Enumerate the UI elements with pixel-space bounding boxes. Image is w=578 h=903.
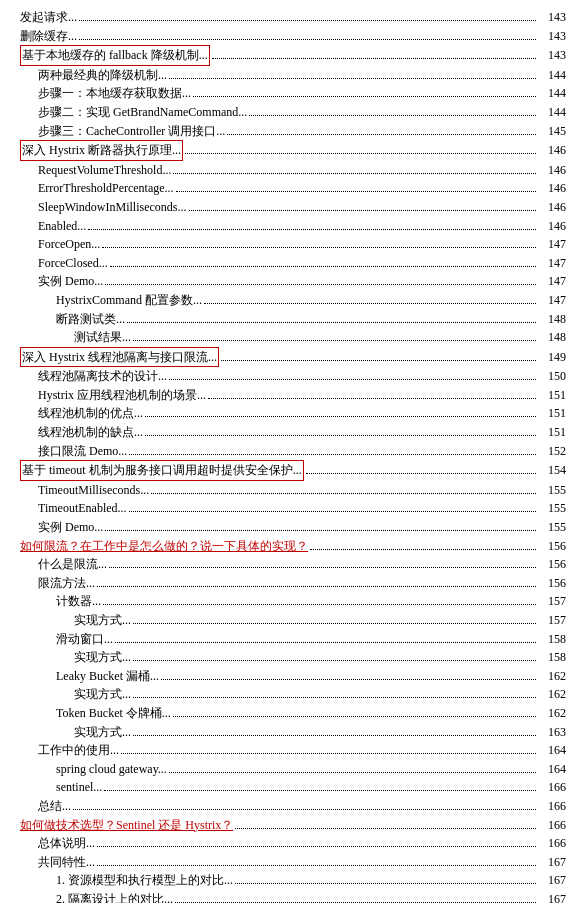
toc-dots (310, 538, 536, 550)
toc-dots (227, 123, 536, 135)
toc-entry-text: TimeoutEnabled... (38, 499, 127, 518)
toc-entry-text: Leaky Bucket 漏桶... (56, 667, 159, 686)
toc-dots (161, 668, 536, 680)
toc-dots (133, 612, 536, 624)
toc-dots (105, 273, 536, 285)
toc-line: RequestVolumeThreshold...146 (20, 161, 566, 180)
toc-page-num: 167 (538, 871, 566, 890)
toc-line: 工作中的使用...164 (20, 741, 566, 760)
toc-line: 线程池隔离技术的设计...150 (20, 367, 566, 386)
toc-dots (306, 462, 536, 474)
toc-entry-text: 步骤二：实现 GetBrandNameCommand... (38, 103, 247, 122)
toc-entry-text: Hystrix 应用线程池机制的场景... (38, 386, 206, 405)
toc-entry-text: ForceClosed... (38, 254, 108, 273)
toc-entry-text: Token Bucket 令牌桶... (56, 704, 171, 723)
toc-line: 1. 资源模型和执行模型上的对比...167 (20, 871, 566, 890)
toc-dots (169, 67, 536, 79)
toc-line: 深入 Hystrix 断路器执行原理...146 (20, 140, 566, 161)
toc-page-num: 150 (538, 367, 566, 386)
toc-line: 接口限流 Demo...152 (20, 442, 566, 461)
toc-entry-text: 滑动窗口... (56, 630, 113, 649)
toc-dots (151, 482, 536, 494)
toc-dots (103, 593, 536, 605)
toc-page-num: 143 (538, 46, 566, 65)
toc-line: TimeoutMilliseconds...155 (20, 481, 566, 500)
toc-dots (145, 405, 536, 417)
toc-line: 深入 Hystrix 线程池隔离与接口限流...149 (20, 347, 566, 368)
toc-line: 如何做技术选型？Sentinel 还是 Hystrix？166 (20, 816, 566, 835)
toc-line: 删除缓存...143 (20, 27, 566, 46)
toc-entry-text: 步骤三：CacheController 调用接口... (38, 122, 225, 141)
toc-line: 测试结果...148 (20, 328, 566, 347)
toc-dots (175, 891, 536, 903)
toc-page-num: 156 (538, 555, 566, 574)
toc-entry-text: 线程池机制的缺点... (38, 423, 143, 442)
toc-line: ErrorThresholdPercentage...146 (20, 179, 566, 198)
toc-entry-text: 工作中的使用... (38, 741, 119, 760)
toc-entry-text: 线程池隔离技术的设计... (38, 367, 167, 386)
toc-page-num: 147 (538, 272, 566, 291)
toc-entry-text: 如何做技术选型？Sentinel 还是 Hystrix？ (20, 816, 233, 835)
toc-page-num: 155 (538, 499, 566, 518)
toc-page-num: 144 (538, 66, 566, 85)
toc-page-num: 155 (538, 518, 566, 537)
toc-page-num: 151 (538, 423, 566, 442)
toc-entry-text: 深入 Hystrix 线程池隔离与接口限流... (20, 347, 219, 368)
toc-entry-text: 基于本地缓存的 fallback 降级机制... (20, 45, 210, 66)
toc-entry-text: 什么是限流... (38, 555, 107, 574)
toc-dots (73, 798, 536, 810)
toc-entry-text: HystrixCommand 配置参数... (56, 291, 202, 310)
toc-dots (133, 686, 536, 698)
toc-dots (176, 180, 536, 192)
toc-dots (235, 817, 536, 829)
toc-dots (97, 575, 536, 587)
toc-dots (189, 199, 537, 211)
toc-dots (221, 349, 536, 361)
toc-line: Enabled...146 (20, 217, 566, 236)
toc-line: 实现方式...158 (20, 648, 566, 667)
toc-entry-text: 1. 资源模型和执行模型上的对比... (56, 871, 233, 890)
toc-page-num: 156 (538, 537, 566, 556)
toc-dots (129, 500, 536, 512)
toc-page-num: 147 (538, 235, 566, 254)
toc-dots (145, 424, 536, 436)
toc-dots (79, 9, 536, 21)
toc-page-num: 166 (538, 778, 566, 797)
toc-entry-text: RequestVolumeThreshold... (38, 161, 171, 180)
toc-page-num: 164 (538, 741, 566, 760)
toc-dots (105, 519, 536, 531)
toc-page-num: 166 (538, 834, 566, 853)
toc-page-num: 148 (538, 328, 566, 347)
toc-entry-text: 实现方式... (74, 723, 131, 742)
toc-page-num: 162 (538, 667, 566, 686)
toc-entry-text: TimeoutMilliseconds... (38, 481, 149, 500)
toc-line: 两种最经典的降级机制...144 (20, 66, 566, 85)
toc-dots (212, 47, 536, 59)
toc-page-num: 163 (538, 723, 566, 742)
toc-entry-text: 2. 隔离设计上的对比... (56, 890, 173, 903)
toc-line: 限流方法...156 (20, 574, 566, 593)
toc-entry-text: 实例 Demo... (38, 518, 103, 537)
toc-line: 步骤二：实现 GetBrandNameCommand...144 (20, 103, 566, 122)
toc-entry-text: spring cloud gateway... (56, 760, 167, 779)
toc-line: HystrixCommand 配置参数...147 (20, 291, 566, 310)
toc-entry-text: 断路测试类... (56, 310, 125, 329)
toc-page-num: 146 (538, 198, 566, 217)
toc-entry-text: 发起请求... (20, 8, 77, 27)
toc-line: 2. 隔离设计上的对比...167 (20, 890, 566, 903)
toc-page-num: 155 (538, 481, 566, 500)
toc-page-num: 167 (538, 853, 566, 872)
toc-line: 实现方式...163 (20, 723, 566, 742)
toc-line: 实例 Demo...155 (20, 518, 566, 537)
toc-dots (193, 85, 536, 97)
toc-entry-text: 如何限流？在工作中是怎么做的？说一下具体的实现？ (20, 537, 308, 556)
toc-page-num: 166 (538, 797, 566, 816)
toc-dots (204, 292, 536, 304)
toc-page-num: 152 (538, 442, 566, 461)
toc-line: 发起请求...143 (20, 8, 566, 27)
toc-entry-text: 实例 Demo... (38, 272, 103, 291)
toc-entry-text: 测试结果... (74, 328, 131, 347)
toc-page-num: 146 (538, 217, 566, 236)
toc-dots (133, 724, 536, 736)
toc-line: 滑动窗口...158 (20, 630, 566, 649)
